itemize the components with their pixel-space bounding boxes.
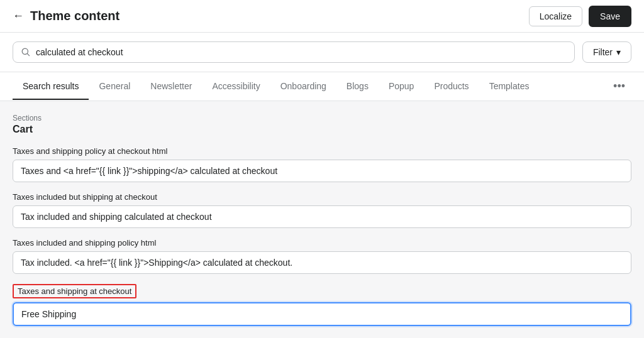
field-label-taxes-shipping-policy-html: Taxes and shipping policy at checkout ht… [13, 146, 631, 156]
content-area: Sections Cart Taxes and shipping policy … [0, 101, 644, 338]
header-left: ← Theme content [13, 9, 119, 23]
search-input[interactable] [36, 47, 567, 57]
field-taxes-included-shipping: Taxes included but shipping at checkout [13, 192, 631, 228]
filter-label: Filter [593, 47, 613, 57]
field-label-taxes-shipping-at-checkout: Taxes and shipping at checkout [13, 284, 136, 298]
tab-templates[interactable]: Templates [479, 74, 540, 100]
tab-accessibility[interactable]: Accessibility [202, 74, 270, 100]
back-button[interactable]: ← [13, 9, 24, 23]
tab-newsletter[interactable]: Newsletter [140, 74, 202, 100]
tab-products[interactable]: Products [424, 74, 479, 100]
field-input-taxes-shipping-policy-html[interactable] [13, 160, 631, 182]
field-input-taxes-shipping-at-checkout[interactable] [13, 302, 631, 326]
header-right: Localize Save [529, 6, 631, 27]
field-taxes-shipping-policy-html: Taxes and shipping policy at checkout ht… [13, 146, 631, 182]
sections-label: Sections [13, 114, 631, 123]
search-icon [21, 47, 31, 57]
tabs-bar: Search results General Newsletter Access… [0, 72, 644, 101]
field-label-taxes-included-shipping: Taxes included but shipping at checkout [13, 192, 631, 202]
filter-chevron-icon: ▾ [616, 47, 621, 57]
more-tabs-button[interactable]: ••• [607, 72, 631, 101]
tab-general[interactable]: General [89, 74, 140, 100]
app-header: ← Theme content Localize Save [0, 0, 644, 33]
search-filter-bar: Filter ▾ [0, 33, 644, 72]
save-button[interactable]: Save [589, 6, 631, 27]
cart-section-title: Cart [13, 124, 631, 135]
tab-popup[interactable]: Popup [379, 74, 424, 100]
filter-button[interactable]: Filter ▾ [582, 41, 631, 63]
tab-onboarding[interactable]: Onboarding [270, 74, 336, 100]
page-title: Theme content [30, 9, 119, 23]
tab-blogs[interactable]: Blogs [336, 74, 379, 100]
tab-search-results[interactable]: Search results [13, 74, 89, 100]
field-taxes-shipping-at-checkout: Taxes and shipping at checkout [13, 284, 631, 326]
search-box [13, 41, 575, 63]
field-input-taxes-included-shipping[interactable] [13, 205, 631, 228]
field-input-taxes-included-shipping-policy-html[interactable] [13, 251, 631, 274]
field-taxes-included-shipping-policy-html: Taxes included and shipping policy html [13, 238, 631, 274]
field-label-taxes-included-shipping-policy-html: Taxes included and shipping policy html [13, 238, 631, 248]
localize-button[interactable]: Localize [529, 6, 582, 26]
